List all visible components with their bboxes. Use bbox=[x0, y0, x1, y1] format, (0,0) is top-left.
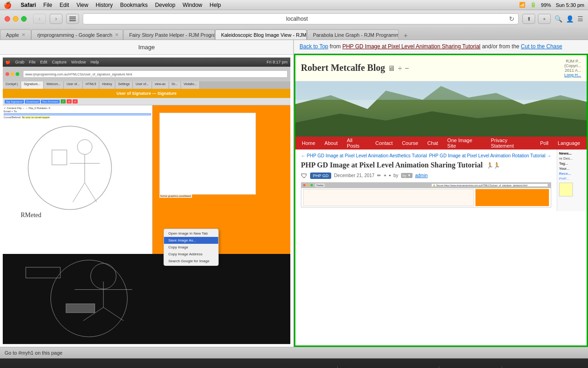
share-button[interactable]: ⬆ bbox=[522, 14, 535, 24]
long-h-link[interactable]: Long H... bbox=[564, 73, 581, 77]
dock-calendar[interactable]: 📅 bbox=[239, 364, 257, 368]
dock-github[interactable]: 🐙 bbox=[418, 364, 436, 368]
right-panel: Back to Top from PHP GD Image at Pixel L… bbox=[294, 40, 588, 347]
dock-reminders[interactable]: ✅ bbox=[277, 364, 296, 368]
dock-terminal[interactable]: ⌨ bbox=[461, 364, 480, 368]
blog-body-area: ← PHP GD Image at Pixel Level Animation … bbox=[295, 150, 587, 211]
back-button[interactable]: ‹ bbox=[33, 14, 46, 24]
ss-capture: Capture bbox=[52, 60, 67, 64]
screenshot-browser: 🍎 Grab File Edit Capture Window Help Fri… bbox=[3, 58, 290, 344]
tab-close-apple[interactable]: ✕ bbox=[22, 32, 25, 37]
preview-content-inner bbox=[303, 189, 549, 206]
ss-app-title: User of Signature — Signature bbox=[3, 89, 290, 98]
maximize-button[interactable] bbox=[21, 16, 27, 22]
post-title-text: PHP GD Image at Pixel Level Animation Sh… bbox=[301, 161, 483, 169]
menu-file[interactable]: File bbox=[43, 2, 52, 8]
context-copy-address[interactable]: Copy Image Address bbox=[164, 251, 218, 258]
dock-notes[interactable]: 📝 bbox=[258, 364, 277, 368]
mac-dock: 🖥 🚀 🌐 📧 🗺 📷 💬 📹 🎵 📅 📝 ✅ 👥 ⚙ ☕ 🗂 ⚛ 📄 🐙 ❓ … bbox=[0, 358, 588, 368]
menu-window[interactable]: Window bbox=[183, 2, 203, 8]
year-text: 2011 A... bbox=[564, 68, 581, 73]
dock-eclipse[interactable]: ☕ bbox=[340, 364, 359, 368]
dock-facetime[interactable]: 📹 bbox=[200, 364, 219, 368]
dock-maps[interactable]: 🗺 bbox=[142, 364, 161, 368]
extension-icon[interactable]: ☰ bbox=[577, 15, 583, 23]
back-to-top-link[interactable]: Back to Top bbox=[300, 43, 328, 50]
menu-edit[interactable]: Edit bbox=[60, 2, 69, 8]
tab-close-google[interactable]: ✕ bbox=[115, 32, 119, 37]
tab-google-search[interactable]: rjmprogramming - Google Search ✕ bbox=[31, 29, 123, 40]
next-post-link[interactable]: PHP GD Image at Pixel Level Animation Ro… bbox=[429, 153, 551, 158]
ss-browser-chrome: www.rjmprogramming.com.au/HTMLCSs/user_o… bbox=[3, 67, 290, 81]
browser-toolbar: ‹ › localhost ↻ ⬆ + 🔍 👤 ☰ bbox=[0, 10, 588, 28]
dock-contacts[interactable]: 👥 bbox=[297, 364, 315, 368]
tab-parabola[interactable]: Parabola Line Graph - RJM Programm... ✕ bbox=[307, 29, 399, 40]
url-bar[interactable]: localhost ↻ bbox=[83, 13, 519, 24]
dock-messages[interactable]: 💬 bbox=[181, 364, 199, 368]
dock-activity[interactable]: 📊 bbox=[481, 364, 499, 368]
dock-finder[interactable]: 🖥 bbox=[65, 364, 84, 368]
context-copy-image[interactable]: Copy Image bbox=[164, 244, 218, 251]
dock-preferences[interactable]: ⚙ bbox=[316, 364, 334, 368]
nav-one-image-site[interactable]: One Image Site bbox=[443, 137, 486, 150]
nav-language[interactable]: Language bbox=[553, 137, 585, 150]
prev-post-link[interactable]: ← PHP GD Image at Pixel Level Animation … bbox=[301, 153, 427, 158]
nav-poll[interactable]: Poll bbox=[536, 137, 553, 150]
tab-kaleidoscopic[interactable]: Kaleidoscopic Blog Image View - RJM... ✕ bbox=[215, 29, 307, 40]
ss-window: Window bbox=[71, 60, 86, 64]
nav-all-posts[interactable]: All Posts bbox=[342, 137, 371, 150]
sidebar-news: News... bbox=[559, 151, 585, 155]
menu-develop[interactable]: Develop bbox=[155, 2, 175, 8]
browser-actions: ⬆ + bbox=[522, 14, 551, 24]
sidebar-button[interactable] bbox=[66, 14, 79, 24]
forward-button[interactable]: › bbox=[50, 14, 62, 24]
ss-btn-red: ✕ bbox=[67, 99, 72, 104]
user-icon[interactable]: 👤 bbox=[566, 15, 574, 23]
ss-apple: 🍎 bbox=[6, 60, 11, 64]
dock-safari[interactable]: 🌐 bbox=[104, 364, 122, 368]
dock-vscode[interactable]: 📄 bbox=[398, 364, 417, 368]
new-tab-button[interactable]: + bbox=[538, 14, 551, 24]
cut-to-chase-link[interactable]: Cut to the Chase bbox=[521, 43, 562, 50]
menu-view[interactable]: View bbox=[76, 2, 88, 8]
dock-separator-2 bbox=[439, 366, 439, 368]
dock-filezilla[interactable]: 🗂 bbox=[360, 364, 378, 368]
context-search-google[interactable]: Search Google for Image bbox=[164, 258, 218, 264]
author-link[interactable]: admin bbox=[415, 173, 428, 178]
nav-about[interactable]: About bbox=[320, 137, 342, 150]
apple-menu[interactable]: 🍎 bbox=[4, 1, 11, 9]
nav-privacy[interactable]: Privacy Statement bbox=[486, 137, 535, 150]
php-gd-link[interactable]: PHP GD Image at Pixel Level Animation Sh… bbox=[342, 43, 481, 50]
tab-fairy-story[interactable]: Fairy Story Paste Helper - RJM Progra...… bbox=[123, 29, 215, 40]
nav-chat[interactable]: Chat bbox=[423, 137, 442, 150]
dock-trash[interactable]: 🗑 bbox=[505, 364, 523, 368]
search-icon[interactable]: 🔍 bbox=[554, 15, 562, 23]
menu-help[interactable]: Help bbox=[209, 2, 221, 8]
ss-tl-green bbox=[16, 72, 19, 76]
dock-question[interactable]: ❓ bbox=[442, 364, 460, 368]
context-save-image-as[interactable]: Save Image As... bbox=[164, 237, 218, 244]
dock-photos[interactable]: 📷 bbox=[162, 364, 180, 368]
context-open-new-tab[interactable]: Open Image in New Tab bbox=[164, 230, 218, 237]
close-button[interactable] bbox=[5, 16, 10, 22]
dock-mail[interactable]: 📧 bbox=[123, 364, 141, 368]
menu-bookmarks[interactable]: Bookmarks bbox=[120, 2, 148, 8]
blog-sidebar: News... re Des... Tag... Your... Rece...… bbox=[557, 150, 587, 211]
date-text: December 21, 2017 bbox=[334, 173, 374, 178]
php-gd-badge: PHP GD bbox=[310, 172, 331, 179]
menu-history[interactable]: History bbox=[96, 2, 113, 8]
ss-note: Some graphics pixellated bbox=[159, 194, 192, 198]
new-tab-plus[interactable]: + bbox=[401, 31, 411, 40]
dock-itunes[interactable]: 🎵 bbox=[220, 364, 238, 368]
svg-line-9 bbox=[85, 183, 96, 202]
nav-course[interactable]: Course bbox=[397, 137, 423, 150]
dock-launchpad[interactable]: 🚀 bbox=[85, 364, 103, 368]
blog-icon-plus: 🖥 bbox=[388, 64, 395, 73]
reload-button[interactable]: ↻ bbox=[509, 15, 514, 23]
tab-apple[interactable]: Apple ✕ bbox=[0, 29, 31, 40]
dock-atom[interactable]: ⚛ bbox=[379, 364, 397, 368]
nav-home[interactable]: Home bbox=[297, 137, 320, 150]
nav-contact[interactable]: Contact bbox=[371, 137, 397, 150]
minimize-button[interactable] bbox=[13, 16, 18, 22]
ss-url-bar: www.rjmprogramming.com.au/HTMLCSs/user_o… bbox=[23, 70, 288, 78]
